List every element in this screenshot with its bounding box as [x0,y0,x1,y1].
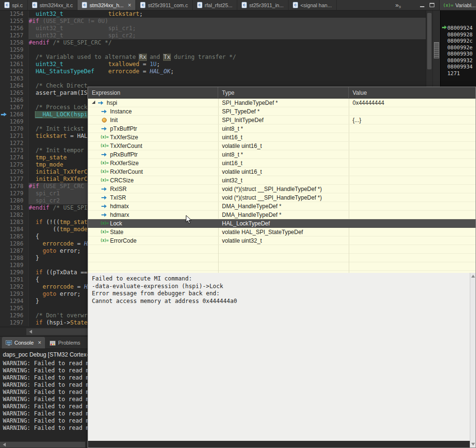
value-cell [349,211,476,219]
line-number: 1256 [0,25,29,32]
tab-overflow-chevron[interactable]: » 9 [393,0,403,10]
inspector-row-rxxfercount[interactable]: (x)=RxXferCountvolatile uint16_t [88,168,476,176]
inspector-row-init[interactable]: InitSPI_InitTypeDef{...} [88,116,476,124]
line-number: 1270 [0,125,29,133]
expression-name: hdmarx [110,211,129,219]
inspector-row-state[interactable]: (x)=Statevolatile HAL_SPI_StateTypeDef [88,228,476,236]
editor-tab-st25r3911-in[interactable]: cst25r3911_in... [237,0,288,10]
memory-address: 0800992e [447,45,473,51]
restore-icon[interactable] [430,3,434,7]
expression-name: pTxBuffPtr [110,124,137,133]
line-number: 1261 [0,61,29,68]
detail-line: Cannot access memory at address 0x444444… [92,298,467,305]
scrollbar-thumb[interactable] [427,13,432,69]
line-number: 1274 [0,154,29,161]
inspector-row-hspi[interactable]: hspiSPI_HandleTypeDef *0x44444444 [88,99,476,107]
column-header-expression[interactable]: Expression [88,87,218,98]
scroll-left-icon[interactable] [3,443,6,447]
pointer-icon [100,186,108,192]
pointer-icon [100,152,108,157]
code-line: 1254 uint32_t tickstart; [0,11,426,18]
line-number: 1257 [0,32,29,39]
inspector-row-txxfersize[interactable]: (x)=TxXferSizeuint16_t [88,133,476,142]
current-address-arrow-icon [442,25,447,30]
expression-name: Lock [110,219,122,227]
code-text [29,75,426,82]
pointer-icon [100,126,108,132]
inspector-row-rxxfersize[interactable]: (x)=RxXferSizeuint16_t [88,159,476,168]
editor-tab-label: stm32l4xx_it.c [40,2,73,8]
editor-tab-st25r3911-com-c[interactable]: cst25r3911_com.c [136,0,193,10]
inspector-row-crcsize[interactable]: (x)=CRCSizeuint32_t [88,176,476,185]
editor-tab-stm32l4xx-h[interactable]: cstm32l4xx_h...× [77,0,136,10]
column-header-type[interactable]: Type [218,87,349,98]
detail-horizontal-scrollbar[interactable] [88,441,471,448]
inspector-header: Expression Type Value [88,87,476,99]
overview-ruler-thumb[interactable] [434,42,439,58]
memory-address: 08009934 [447,64,473,70]
inspector-row-lock[interactable]: (x)=LockHAL_LockTypeDef [88,219,476,228]
line-number: 1269 [0,118,29,125]
scrollbar-track[interactable] [26,328,88,335]
scrollbar-thumb[interactable] [0,442,85,448]
expression-name: CRCSize [110,176,133,184]
code-line: 1256 uint32_t spi_cr1; [0,25,426,32]
pointer-icon [100,203,108,209]
inspector-row-errorcode[interactable]: (x)=ErrorCodevolatile uint32_t [88,236,476,245]
code-text: #endif /* USE_SPI_CRC */ [29,39,426,46]
tab-console[interactable]: Console × [2,337,45,348]
inspector-row-hdmatx[interactable]: hdmatxDMA_HandleTypeDef * [88,202,476,211]
c-file-icon: c [197,2,202,8]
code-text: #if (USE_SPI_CRC != 0U) [29,18,426,25]
tab-problems[interactable]: Problems [46,337,84,348]
code-line: 1260 /* Variable used to alternate Rx an… [0,54,426,61]
value-cell [349,142,476,150]
code-line: 1257 uint32_t spi_cr2; [0,32,426,39]
line-number: 1292 [0,283,29,291]
inspector-row-hdmarx[interactable]: hdmarxDMA_HandleTypeDef * [88,211,476,219]
c-file-icon: c [82,2,87,8]
editor-tab-stm32l4xx-it-c[interactable]: cstm32l4xx_it.c [28,0,78,10]
tab-close-icon[interactable]: × [128,2,131,8]
editor-tab-rfal-rfst25[interactable]: crfal_rfst25... [193,0,237,10]
value-cell [349,228,476,236]
editor-tab-label: spi.c [12,2,23,8]
expression-cell: (x)=State [88,228,218,236]
struct-icon [100,117,108,123]
inspector-row-rxisr[interactable]: RxISRvoid (*)(struct __SPI_HandleTypeDef… [88,185,476,193]
detail-vertical-scrollbar[interactable] [470,273,476,448]
editor-tab-label: st25r3911_in... [249,2,284,8]
editor-tab-spi-c[interactable]: cspi.c [0,0,28,10]
column-header-value[interactable]: Value [349,87,476,98]
expression-cell: hspi [88,99,218,107]
chevron-icon: » [395,1,399,9]
memory-address: 08009930 [447,51,473,57]
console-icon [6,340,12,346]
inspector-row-prxbuffptr[interactable]: pRxBuffPtruint8_t * [88,150,476,159]
tab-close-icon[interactable]: × [38,340,41,346]
scroll-left-icon[interactable] [29,330,32,334]
inspector-row-txisr[interactable]: TxISRvoid (*)(struct __SPI_HandleTypeDef… [88,193,476,202]
scroll-down-icon[interactable] [471,443,475,446]
tab-variables-view[interactable]: (x)= Variabl... [439,0,476,10]
minimize-icon[interactable] [420,3,424,7]
line-number: 1288 [0,255,29,262]
expander-icon[interactable] [92,101,95,104]
inspector-row-instance[interactable]: InstanceSPI_TypeDef * [88,107,476,116]
line-number: 1290 [0,269,29,276]
inspector-row-ptxbuffptr[interactable]: pTxBuffPtruint8_t * [88,124,476,133]
line-number: 1294 [0,298,29,305]
c-file-icon: c [293,2,298,8]
empty-rows-filler [88,245,476,273]
expression-cell: Instance [88,107,218,115]
editor-tab-bar: cspi.ccstm32l4xx_it.ccstm32l4xx_h...×cst… [0,0,476,11]
expression-name: hdmatx [110,202,129,210]
scroll-up-icon[interactable] [471,275,475,278]
inspector-row-txxfercount[interactable]: (x)=TxXferCountvolatile uint16_t [88,142,476,150]
expression-cell: TxISR [88,193,218,202]
editor-tab-signal-han[interactable]: c<signal han... [288,0,337,10]
c-file-icon: c [4,2,10,8]
detail-error-text: Failed to execute MI command:-data-evalu… [88,273,471,441]
expression-name: TxISR [110,193,126,202]
pointer-icon [97,100,105,106]
